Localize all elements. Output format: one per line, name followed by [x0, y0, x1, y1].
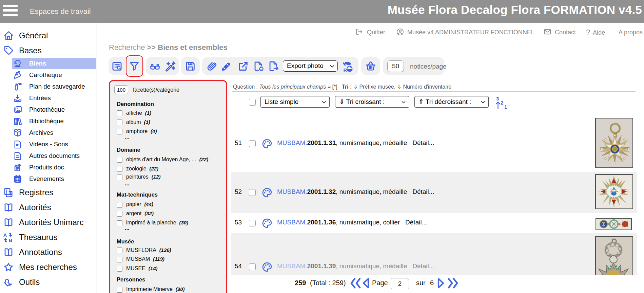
svg-text:A: A [3, 232, 7, 238]
svg-text:B: B [8, 237, 12, 243]
svg-text:R: R [344, 67, 347, 73]
